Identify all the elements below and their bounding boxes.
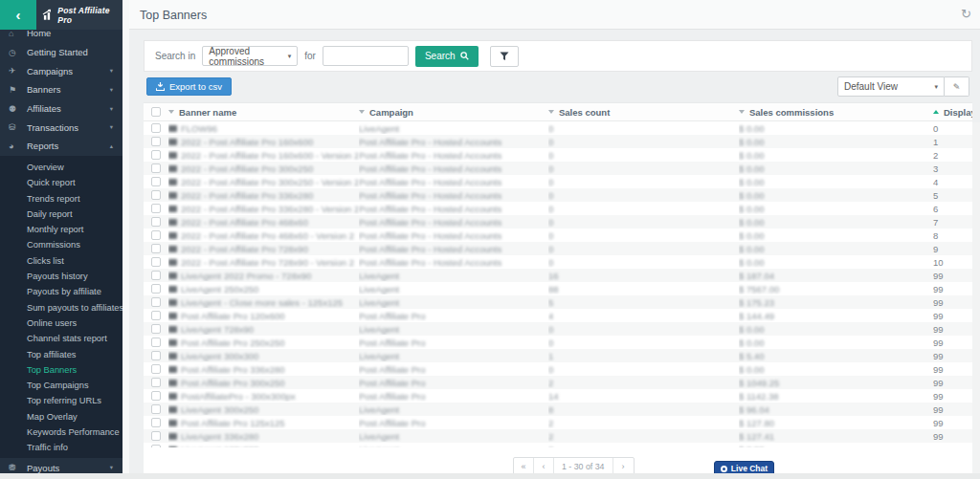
- row-checkbox[interactable]: [151, 445, 161, 447]
- sidebar-subitem-channel-stats-report[interactable]: Channel stats report: [0, 331, 122, 346]
- sidebar-subitem-keywords-performance[interactable]: Keywords Performance: [0, 425, 122, 440]
- sales-count-text: 0: [548, 324, 553, 335]
- row-checkbox[interactable]: [151, 311, 161, 320]
- column-header-sales-count[interactable]: Sales count: [548, 107, 739, 118]
- row-checkbox[interactable]: [151, 284, 161, 294]
- column-header-sales-commissions[interactable]: Sales commissions: [739, 107, 933, 118]
- row-checkbox[interactable]: [151, 271, 161, 280]
- table-row[interactable]: Post Affiliate Pro 125x125Post Affiliate…: [144, 416, 972, 429]
- sidebar-item-affiliates[interactable]: ⚉Affiliates▾: [0, 99, 122, 119]
- pagination-next-button[interactable]: ›: [613, 458, 634, 474]
- row-checkbox[interactable]: [151, 337, 161, 347]
- row-checkbox[interactable]: [151, 150, 161, 160]
- search-button[interactable]: Search: [415, 46, 479, 67]
- table-row[interactable]: 2022 - Post Affiliate Pro 336x280 - Vers…: [144, 202, 972, 215]
- column-header-banner-name[interactable]: Banner name: [168, 107, 359, 118]
- search-scope-select[interactable]: Approved commissions ▾: [202, 46, 298, 66]
- filter-button[interactable]: [490, 46, 519, 67]
- sidebar-subitem-top-affiliates[interactable]: Top affiliates: [0, 346, 122, 361]
- table-row[interactable]: LiveAgent 300x250LiveAgent8$ 96.0499: [144, 403, 972, 416]
- select-all-checkbox[interactable]: [151, 107, 161, 117]
- sidebar-subitem-clicks-list[interactable]: Clicks list: [0, 253, 122, 269]
- sidebar-subitem-daily-report[interactable]: Daily report: [0, 207, 122, 222]
- sidebar-item-reports[interactable]: ◕Reports▴: [0, 137, 122, 156]
- search-input[interactable]: [323, 46, 409, 66]
- table-row[interactable]: Post Affiliate Pro 336x280Post Affiliate…: [144, 362, 972, 376]
- row-checkbox[interactable]: [151, 204, 161, 213]
- table-row[interactable]: 2022 - Post Affiliate Pro 468x60 - Versi…: [144, 229, 972, 242]
- sidebar-subitem-commissions[interactable]: Commissions: [0, 237, 122, 252]
- row-checkbox[interactable]: [151, 351, 161, 360]
- sales-count-text: 16: [548, 271, 559, 281]
- horizontal-scrollbar[interactable]: [0, 473, 980, 479]
- sidebar-subitem-overview[interactable]: Overview: [0, 160, 122, 175]
- pagination-prev-button[interactable]: ‹: [534, 458, 554, 474]
- row-checkbox[interactable]: [151, 177, 161, 186]
- table-row[interactable]: LiveAgent 2022 Promo - 728x90LiveAgent16…: [144, 269, 972, 282]
- table-row[interactable]: LiveAgent 120x600LiveAgent0$ 0.0099: [144, 443, 972, 447]
- sidebar-subitem-top-banners[interactable]: Top Banners: [0, 362, 122, 378]
- export-csv-button[interactable]: Export to csv: [146, 77, 232, 96]
- vertical-scrollbar[interactable]: [972, 122, 980, 473]
- row-checkbox[interactable]: [151, 297, 161, 307]
- sidebar-item-banners[interactable]: ⚑Banners▾: [0, 80, 122, 99]
- edit-view-button[interactable]: ✎: [945, 76, 969, 97]
- sidebar-subitem-payouts-by-affiliate[interactable]: Payouts by affiliate: [0, 284, 122, 299]
- sidebar-subitem-top-referring-urls[interactable]: Top referring URLs: [0, 393, 122, 408]
- row-checkbox[interactable]: [151, 378, 161, 387]
- affiliates-icon: ⚉: [9, 104, 27, 114]
- view-select[interactable]: Default View ▾: [837, 76, 945, 97]
- column-header-campaign[interactable]: Campaign: [359, 107, 548, 118]
- refresh-icon[interactable]: ↻: [961, 7, 971, 21]
- row-checkbox[interactable]: [151, 163, 161, 173]
- table-row[interactable]: Post Affiliate Pro 250x250Post Affiliate…: [144, 336, 972, 349]
- table-row[interactable]: 2022 - Post Affiliate Pro 728x90 - Versi…: [144, 255, 972, 269]
- table-row[interactable]: 2022 - Post Affiliate Pro 336x280Post Af…: [144, 188, 972, 202]
- sidebar-item-transactions[interactable]: ⛁Transactions▾: [0, 118, 122, 137]
- sidebar-item-getting-started[interactable]: ◷Getting Started: [0, 43, 122, 62]
- table-row[interactable]: LiveAgent 336x280LiveAgent2$ 127.4199: [144, 429, 972, 443]
- row-checkbox[interactable]: [151, 244, 161, 253]
- row-checkbox[interactable]: [151, 431, 161, 441]
- table-row[interactable]: LiveAgent 728x90LiveAgent0$ 0.0099: [144, 322, 972, 336]
- row-checkbox[interactable]: [151, 418, 161, 427]
- table-row[interactable]: 2022 - Post Affiliate Pro 300x250Post Af…: [144, 162, 972, 175]
- row-checkbox[interactable]: [151, 217, 161, 227]
- table-row[interactable]: Post Affiliate Pro 120x600Post Affiliate…: [144, 309, 972, 322]
- sidebar-scrollbar[interactable]: [122, 0, 129, 479]
- table-row[interactable]: 2022 - Post Affiliate Pro 300x250 - Vers…: [144, 175, 972, 188]
- table-row[interactable]: FLOW96LiveAgent0$ 0.000: [144, 121, 972, 135]
- table-row[interactable]: 2022 - Post Affiliate Pro 728x90Post Aff…: [144, 242, 972, 255]
- table-row[interactable]: 2022 - Post Affiliate Pro 160x600Post Af…: [144, 135, 972, 148]
- row-checkbox[interactable]: [151, 391, 161, 401]
- row-checkbox[interactable]: [151, 257, 161, 267]
- row-checkbox[interactable]: [151, 137, 161, 146]
- sidebar-subitem-trends-report[interactable]: Trends report: [0, 190, 122, 206]
- row-checkbox[interactable]: [151, 404, 161, 414]
- table-row[interactable]: Post Affiliate Pro 300x250Post Affiliate…: [144, 376, 972, 389]
- sales-count-cell: 0: [548, 445, 739, 448]
- table-row[interactable]: 2022 - Post Affiliate Pro 468x60Post Aff…: [144, 215, 972, 229]
- table-row[interactable]: LiveAgent 300x300LiveAgent1$ 5.4099: [144, 349, 972, 362]
- sidebar-subitem-sum-payouts-to-affiliates[interactable]: Sum payouts to affiliates: [0, 299, 122, 315]
- sidebar-item-campaigns[interactable]: ✈Campaigns▾: [0, 61, 122, 80]
- pagination-first-button[interactable]: «: [514, 458, 534, 474]
- table-row[interactable]: 2022 - Post Affiliate Pro 160x600 - Vers…: [144, 148, 972, 162]
- sidebar-subitem-monthly-report[interactable]: Monthly report: [0, 222, 122, 237]
- sidebar-subitem-top-campaigns[interactable]: Top Campaigns: [0, 378, 122, 393]
- row-checkbox[interactable]: [151, 324, 161, 334]
- sidebar-collapse-button[interactable]: ‹: [0, 0, 36, 30]
- row-checkbox[interactable]: [151, 190, 161, 200]
- row-checkbox[interactable]: [151, 364, 161, 374]
- sidebar-subitem-map-overlay[interactable]: Map Overlay: [0, 409, 122, 425]
- table-row[interactable]: LiveAgent 250x250LiveAgent88$ 7567.0099: [144, 282, 972, 295]
- row-checkbox[interactable]: [151, 230, 161, 240]
- sidebar-subitem-traffic-info[interactable]: Traffic info: [0, 440, 122, 455]
- sidebar-subitem-quick-report[interactable]: Quick report: [0, 175, 122, 190]
- sidebar-subitem-payouts-history[interactable]: Payouts history: [0, 269, 122, 284]
- row-checkbox[interactable]: [151, 123, 161, 133]
- sidebar-subitem-online-users[interactable]: Online users: [0, 316, 122, 331]
- column-header-display-order[interactable]: Display order: [933, 107, 972, 118]
- table-row[interactable]: LiveAgent - Close more sales - 125x125Li…: [144, 295, 972, 309]
- table-row[interactable]: PostAffiliatePro - 300x300pxPost Affilia…: [144, 389, 972, 403]
